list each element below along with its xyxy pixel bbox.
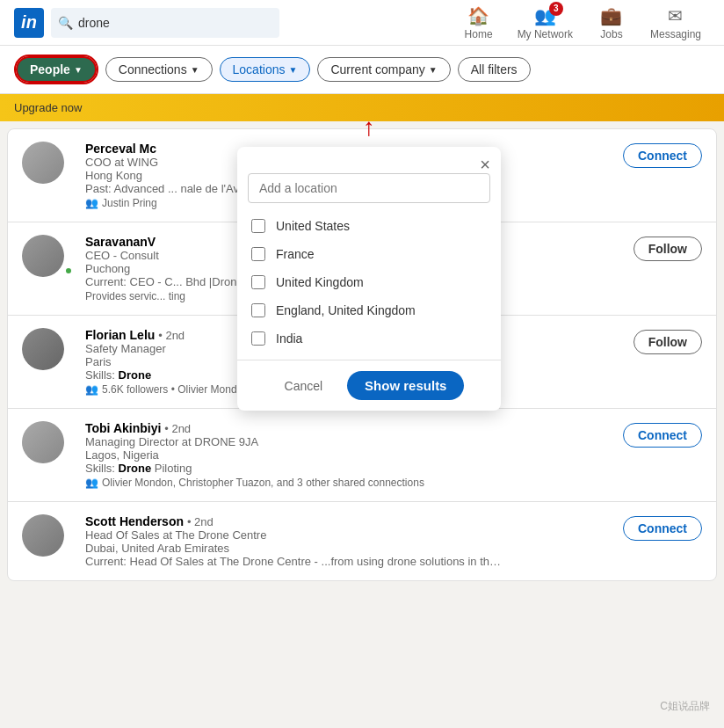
connections-filter-button[interactable]: Connections ▼ <box>105 57 213 82</box>
nav-items: 🏠 Home 👥 3 My Network 💼 Jobs ✉ Messaging <box>452 0 710 46</box>
header: in 🔍 🏠 Home 👥 3 My Network 💼 Jobs ✉ Mess… <box>0 0 724 46</box>
location-checkbox-eng[interactable] <box>251 303 265 317</box>
result-title: Managing Director at DRONE 9JA <box>85 435 623 448</box>
result-action-5: Connect <box>623 514 702 541</box>
connect-button[interactable]: Connect <box>623 143 702 168</box>
result-info-4: Tobi Akinbiyi • 2nd Managing Director at… <box>85 421 623 489</box>
result-action-1: Connect <box>623 142 702 168</box>
result-name: Tobi Akinbiyi • 2nd <box>85 421 623 435</box>
follow-button[interactable]: Follow <box>634 330 702 354</box>
search-icon: 🔍 <box>58 16 73 30</box>
show-results-button[interactable]: Show results <box>347 371 464 400</box>
my-network-badge: 3 <box>549 2 563 16</box>
location-checkbox-uk[interactable] <box>251 275 265 289</box>
result-skills: Skills: Drone Piloting <box>85 462 623 475</box>
location-checkbox-in[interactable] <box>251 331 265 346</box>
location-label-fr: France <box>276 247 315 261</box>
location-checkbox-us[interactable] <box>251 219 265 233</box>
result-location: Lagos, Nigeria <box>85 448 623 462</box>
nav-item-my-network[interactable]: 👥 3 My Network <box>509 0 582 46</box>
search-box: 🔍 <box>51 8 279 38</box>
location-label-us: United States <box>276 219 350 233</box>
linkedin-logo: in <box>14 8 44 38</box>
nav-item-jobs[interactable]: 💼 Jobs <box>585 0 638 46</box>
list-item[interactable]: France <box>237 240 501 268</box>
avatar-wrap-2 <box>22 235 75 277</box>
people-btn-wrap: People ▼ <box>14 55 98 84</box>
result-action-3: Follow <box>634 328 702 354</box>
avatar <box>22 421 64 463</box>
locations-dropdown: ↑ × United States France United Kingdom … <box>237 147 501 411</box>
locations-filter-button[interactable]: Locations ▼ <box>220 57 311 82</box>
connections-icon: 👥 <box>85 197 98 209</box>
jobs-icon: 💼 <box>600 5 622 26</box>
nav-jobs-label: Jobs <box>600 28 622 40</box>
upgrade-banner[interactable]: Upgrade now <box>0 94 724 121</box>
avatar-wrap-4 <box>22 421 75 463</box>
messaging-icon: ✉ <box>668 5 683 26</box>
people-filter-button[interactable]: People ▼ <box>16 56 97 83</box>
list-item[interactable]: United States <box>237 212 501 240</box>
connect-button[interactable]: Connect <box>623 516 702 541</box>
list-item[interactable]: England, United Kingdom <box>237 296 501 324</box>
connect-button[interactable]: Connect <box>623 423 702 448</box>
dropdown-close-button[interactable]: × <box>480 156 490 173</box>
avatar-wrap-3 <box>22 328 75 370</box>
location-label-eng: England, United Kingdom <box>276 303 416 317</box>
home-icon: 🏠 <box>467 5 489 26</box>
online-indicator <box>64 266 73 275</box>
search-input[interactable] <box>78 16 272 30</box>
avatar <box>22 142 64 184</box>
location-checkbox-fr[interactable] <box>251 247 265 261</box>
connections-icon: 👥 <box>85 477 98 489</box>
avatar <box>22 514 64 557</box>
result-info-5: Scott Henderson • 2nd Head Of Sales at T… <box>85 514 623 568</box>
location-label-uk: United Kingdom <box>276 275 364 289</box>
follow-button[interactable]: Follow <box>634 237 702 261</box>
connections-dropdown-arrow: ▼ <box>191 65 199 75</box>
result-action-2: Follow <box>634 235 702 261</box>
cancel-button[interactable]: Cancel <box>274 374 334 398</box>
location-search-input[interactable] <box>248 173 490 203</box>
people-dropdown-arrow: ▼ <box>74 65 83 75</box>
avatar <box>22 328 64 370</box>
result-title: Head Of Sales at The Drone Centre <box>85 528 623 542</box>
avatar <box>22 235 64 277</box>
result-connections: 👥 Olivier Mondon, Christopher Tuazon, an… <box>85 477 623 489</box>
result-name: Scott Henderson • 2nd <box>85 514 623 528</box>
table-row: Tobi Akinbiyi • 2nd Managing Director at… <box>8 409 716 502</box>
table-row: Scott Henderson • 2nd Head Of Sales at T… <box>8 502 716 580</box>
nav-my-network-label: My Network <box>518 28 573 40</box>
nav-home-label: Home <box>465 28 493 40</box>
list-item[interactable]: India <box>237 324 501 353</box>
current-company-dropdown-arrow: ▼ <box>429 65 438 75</box>
result-past: Current: Head Of Sales at The Drone Cent… <box>85 555 507 568</box>
nav-messaging-label: Messaging <box>650 28 701 40</box>
avatar-wrap-5 <box>22 514 75 557</box>
filter-bar: People ▼ Connections ▼ Locations ▼ Curre… <box>0 46 724 94</box>
result-location: Dubai, United Arab Emirates <box>85 542 623 555</box>
current-company-filter-button[interactable]: Current company ▼ <box>317 57 450 82</box>
list-item[interactable]: United Kingdom <box>237 268 501 296</box>
red-arrow: ↑ <box>363 115 375 140</box>
location-label-in: India <box>276 331 302 346</box>
nav-item-messaging[interactable]: ✉ Messaging <box>641 0 710 46</box>
avatar-wrap-1 <box>22 142 75 184</box>
locations-dropdown-arrow: ▼ <box>288 65 297 75</box>
connections-icon: 👥 <box>85 383 98 396</box>
result-action-4: Connect <box>623 421 702 448</box>
dropdown-actions: Cancel Show results <box>237 360 501 400</box>
main-content: Upgrade now Perceval Mc COO at WING Hong… <box>0 94 724 581</box>
nav-item-home[interactable]: 🏠 Home <box>452 0 505 46</box>
my-network-icon: 👥 3 <box>534 5 556 26</box>
all-filters-button[interactable]: All filters <box>458 57 531 82</box>
